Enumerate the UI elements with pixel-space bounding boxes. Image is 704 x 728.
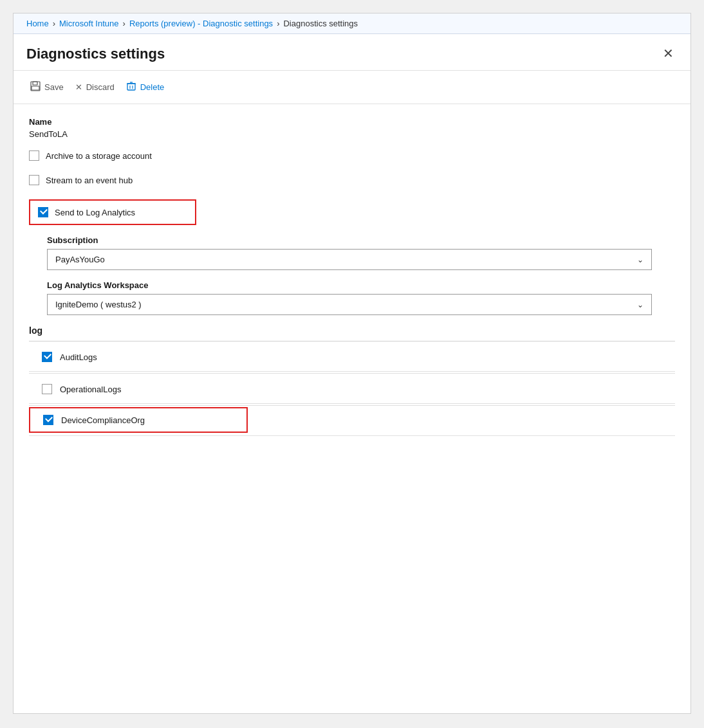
discard-button[interactable]: ✕ Discard [71,78,122,96]
breadcrumb: Home › Microsoft Intune › Reports (previ… [14,14,690,34]
subscription-value: PayAsYouGo [55,255,105,264]
workspace-dropdown[interactable]: IgniteDemo ( westus2 ) ⌄ [47,294,652,315]
send-to-la-row: Send to Log Analytics [29,199,196,225]
name-label: Name [29,117,675,127]
device-compliance-item: DeviceComplianceOrg [29,407,248,433]
workspace-label: Log Analytics Workspace [47,280,675,290]
discard-label: Discard [86,82,115,92]
audit-logs-label[interactable]: AuditLogs [60,352,97,362]
stream-checkbox[interactable] [29,175,39,185]
name-field-container: Name SendToLA [29,117,675,139]
workspace-section: Log Analytics Workspace IgniteDemo ( wes… [29,280,675,315]
form-content: Name SendToLA Archive to a storage accou… [14,104,690,449]
archive-checkbox[interactable] [29,150,39,161]
operational-logs-label[interactable]: OperationalLogs [60,385,121,394]
discard-icon: ✕ [75,82,82,92]
stream-label[interactable]: Stream to an event hub [46,176,133,185]
save-label: Save [44,82,64,92]
subscription-dropdown[interactable]: PayAsYouGo ⌄ [47,249,652,270]
page-title: Diagnostics settings [26,46,165,62]
device-compliance-row-wrapper: DeviceComplianceOrg [29,406,675,436]
operational-logs-checkbox[interactable] [42,384,52,394]
log-section-title: log [29,325,42,336]
stream-checkbox-row: Stream to an event hub [29,175,675,185]
subscription-label: Subscription [47,235,675,245]
breadcrumb-sep-1: › [53,19,55,28]
breadcrumb-sep-2: › [123,19,125,28]
delete-button[interactable]: Delete [122,77,172,97]
svg-rect-3 [127,84,135,90]
breadcrumb-home[interactable]: Home [26,19,49,28]
workspace-chevron-icon: ⌄ [637,300,644,309]
subscription-chevron-icon: ⌄ [637,255,644,264]
svg-rect-1 [33,82,37,85]
save-icon [30,81,41,93]
save-button[interactable]: Save [26,77,71,97]
breadcrumb-reports[interactable]: Reports (preview) - Diagnostic settings [129,19,273,28]
name-value: SendToLA [29,129,675,139]
log-section-header: log [29,325,675,341]
archive-label[interactable]: Archive to a storage account [46,151,152,161]
diagnostics-settings-panel: Home › Microsoft Intune › Reports (previ… [13,13,691,714]
operational-logs-row-wrapper: OperationalLogs [29,374,675,406]
log-items-container: AuditLogs OperationalLogs DeviceComplian… [29,341,675,436]
delete-icon [126,81,136,93]
operational-logs-item: OperationalLogs [29,375,675,404]
subscription-section: Subscription PayAsYouGo ⌄ [29,235,675,270]
breadcrumb-sep-3: › [277,19,279,28]
audit-logs-item: AuditLogs [29,343,675,372]
audit-logs-checkbox[interactable] [42,352,52,362]
close-button[interactable]: ✕ [659,46,678,61]
toolbar: Save ✕ Discard Delete [14,71,690,104]
delete-label: Delete [140,82,165,92]
send-to-la-label[interactable]: Send to Log Analytics [55,208,135,217]
panel-header: Diagnostics settings ✕ [14,34,690,71]
device-compliance-checkbox[interactable] [43,415,53,425]
breadcrumb-current: Diagnostics settings [283,19,358,28]
device-compliance-label[interactable]: DeviceComplianceOrg [61,415,145,425]
svg-rect-2 [32,86,39,90]
archive-checkbox-row: Archive to a storage account [29,150,675,161]
log-section: log AuditLogs OperationalLogs [29,325,675,436]
send-to-la-checkbox[interactable] [38,207,48,217]
workspace-value: IgniteDemo ( westus2 ) [55,300,142,309]
breadcrumb-intune[interactable]: Microsoft Intune [59,19,119,28]
audit-logs-row-wrapper: AuditLogs [29,341,675,374]
